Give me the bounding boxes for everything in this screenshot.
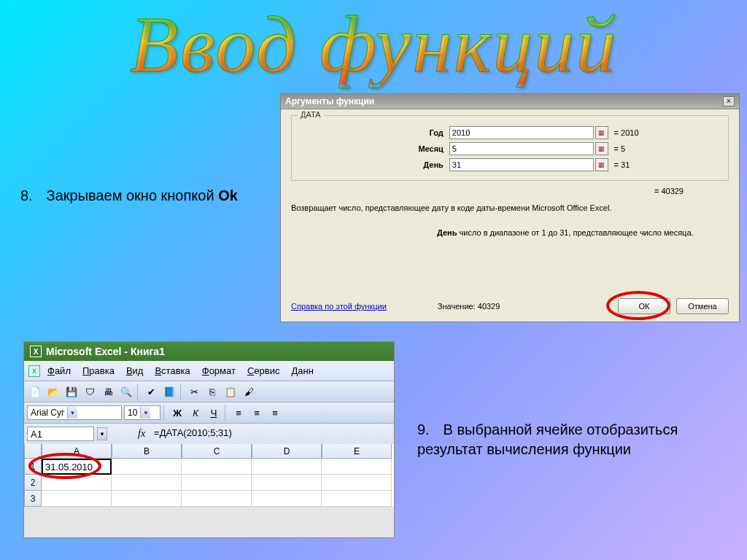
- cell-d1[interactable]: [252, 459, 322, 475]
- arg-month-eq: = 5: [614, 144, 722, 153]
- cell-c3[interactable]: [182, 491, 252, 507]
- instruction-9: 9. В выбранной ячейке отобразиться резул…: [417, 420, 716, 459]
- row-header-3[interactable]: 3: [24, 491, 42, 507]
- arg-day-eq: = 31: [614, 160, 722, 169]
- paste-icon[interactable]: 📋: [222, 384, 239, 400]
- excel-window: X Microsoft Excel - Книга1 X Файл Правка…: [23, 341, 395, 538]
- preview-icon[interactable]: 🔍: [118, 384, 134, 400]
- result-equals: = 40329: [291, 187, 729, 195]
- col-header-b[interactable]: B: [112, 444, 182, 459]
- menu-view[interactable]: Вид: [122, 364, 148, 378]
- align-right-icon[interactable]: ≡: [267, 405, 283, 421]
- help-link[interactable]: Справка по этой функции: [291, 302, 387, 311]
- param-help-label: День: [437, 228, 457, 237]
- format-painter-icon[interactable]: 🖌: [241, 384, 257, 400]
- formula-bar: A1 ▼ fx =ДАТА(2010;5;31): [24, 423, 394, 444]
- fx-icon[interactable]: fx: [135, 428, 148, 440]
- instruction-8-text: Закрываем окно кнопкой: [47, 187, 219, 203]
- col-header-d[interactable]: D: [252, 444, 322, 459]
- open-icon[interactable]: 📂: [45, 384, 61, 400]
- cell-c2[interactable]: [182, 475, 252, 491]
- new-icon[interactable]: 📄: [27, 384, 43, 400]
- menu-format[interactable]: Формат: [198, 364, 240, 378]
- align-center-icon[interactable]: ≡: [249, 405, 265, 421]
- arg-year-input[interactable]: [449, 126, 594, 139]
- close-icon[interactable]: ×: [723, 96, 735, 106]
- col-header-c[interactable]: C: [182, 444, 252, 459]
- menu-tools[interactable]: Сервис: [243, 364, 285, 378]
- cell-b3[interactable]: [112, 491, 182, 507]
- print-icon[interactable]: 🖶: [100, 384, 116, 400]
- cell-b2[interactable]: [112, 475, 182, 491]
- cell-c1[interactable]: [182, 459, 252, 475]
- function-description: Возвращает число, представляющее дату в …: [291, 203, 729, 214]
- excel-title-text: Microsoft Excel - Книга1: [46, 346, 165, 357]
- namebox-dropdown-icon[interactable]: ▼: [97, 427, 107, 440]
- args-group-legend: ДАТА: [298, 110, 324, 119]
- row-header-1[interactable]: 1: [24, 459, 42, 475]
- excel-doc-icon: X: [28, 365, 40, 377]
- instruction-9-text: В выбранной ячейке отобразиться результа…: [417, 421, 678, 457]
- instruction-8-bold: Ok: [218, 187, 238, 203]
- align-left-icon[interactable]: ≡: [231, 405, 247, 421]
- research-icon[interactable]: 📘: [161, 384, 177, 400]
- cell-a3[interactable]: [42, 491, 112, 507]
- range-picker-icon[interactable]: ▦: [595, 142, 608, 155]
- instruction-9-number: 9.: [417, 420, 439, 440]
- col-header-a[interactable]: A: [42, 444, 112, 459]
- italic-button[interactable]: К: [187, 405, 204, 421]
- instruction-8-number: 8.: [20, 186, 42, 206]
- chevron-down-icon: ▼: [140, 407, 150, 419]
- cell-e3[interactable]: [322, 491, 392, 507]
- param-help-text: число в диапазоне от 1 до 31, представля…: [457, 228, 694, 237]
- arg-year-eq: = 2010: [614, 128, 722, 137]
- menu-bar: X Файл Правка Вид Вставка Формат Сервис …: [24, 361, 394, 381]
- arg-year-label: Год: [298, 128, 449, 137]
- formula-input[interactable]: =ДАТА(2010;5;31): [151, 427, 391, 441]
- ok-button[interactable]: ОК: [618, 298, 670, 314]
- font-size-combo[interactable]: 10▼: [124, 405, 160, 420]
- menu-edit[interactable]: Правка: [78, 364, 119, 378]
- arg-day-label: День: [298, 160, 449, 169]
- font-combo[interactable]: Arial Cyr▼: [27, 405, 122, 420]
- menu-data[interactable]: Данн: [287, 364, 317, 378]
- col-header-e[interactable]: E: [322, 444, 392, 459]
- slide-title: Ввод функций: [0, 0, 747, 85]
- save-icon[interactable]: 💾: [63, 384, 80, 400]
- range-picker-icon[interactable]: ▦: [595, 158, 608, 171]
- menu-file[interactable]: Файл: [43, 364, 75, 378]
- cut-icon[interactable]: ✂: [186, 384, 202, 400]
- excel-icon: X: [30, 346, 42, 357]
- formatting-toolbar: Arial Cyr▼ 10▼ Ж К Ч ≡ ≡ ≡: [24, 402, 394, 423]
- cell-a1[interactable]: 31.05.2010: [42, 459, 112, 475]
- range-picker-icon[interactable]: ▦: [595, 126, 608, 139]
- standard-toolbar: 📄 📂 💾 🛡 🖶 🔍 ✔ 📘 ✂ ⎘ 📋 🖌: [24, 381, 394, 402]
- function-arguments-dialog: Аргументы функции × ДАТА Год ▦ = 2010 Ме…: [280, 93, 740, 322]
- arg-month-input[interactable]: [449, 142, 594, 155]
- cell-e2[interactable]: [322, 475, 392, 491]
- menu-insert[interactable]: Вставка: [150, 364, 194, 378]
- underline-button[interactable]: Ч: [206, 405, 222, 421]
- arg-month-label: Месяц: [298, 144, 449, 153]
- cell-b1[interactable]: [112, 459, 182, 475]
- cancel-button[interactable]: Отмена: [676, 298, 729, 314]
- worksheet-grid: A B C D E 1 31.05.2010 2 3: [24, 444, 394, 507]
- args-group: ДАТА Год ▦ = 2010 Месяц ▦ = 5 День ▦ = 3…: [291, 115, 729, 181]
- dialog-title-text: Аргументы функции: [285, 96, 374, 106]
- value-label: Значение: 40329: [438, 302, 500, 311]
- cell-a2[interactable]: [42, 475, 112, 491]
- copy-icon[interactable]: ⎘: [204, 384, 220, 400]
- param-help: День число в диапазоне от 1 до 31, предс…: [291, 228, 729, 237]
- cell-d3[interactable]: [252, 491, 322, 507]
- arg-day-input[interactable]: [449, 158, 594, 171]
- spelling-icon[interactable]: ✔: [143, 384, 159, 400]
- cell-d2[interactable]: [252, 475, 322, 491]
- dialog-titlebar: Аргументы функции ×: [281, 94, 739, 109]
- bold-button[interactable]: Ж: [169, 405, 185, 421]
- instruction-8: 8. Закрываем окно кнопкой Ok: [20, 186, 238, 206]
- name-box[interactable]: A1: [27, 427, 94, 441]
- row-header-2[interactable]: 2: [24, 475, 42, 491]
- permission-icon[interactable]: 🛡: [82, 384, 98, 400]
- select-all-corner[interactable]: [24, 444, 42, 459]
- cell-e1[interactable]: [322, 459, 392, 475]
